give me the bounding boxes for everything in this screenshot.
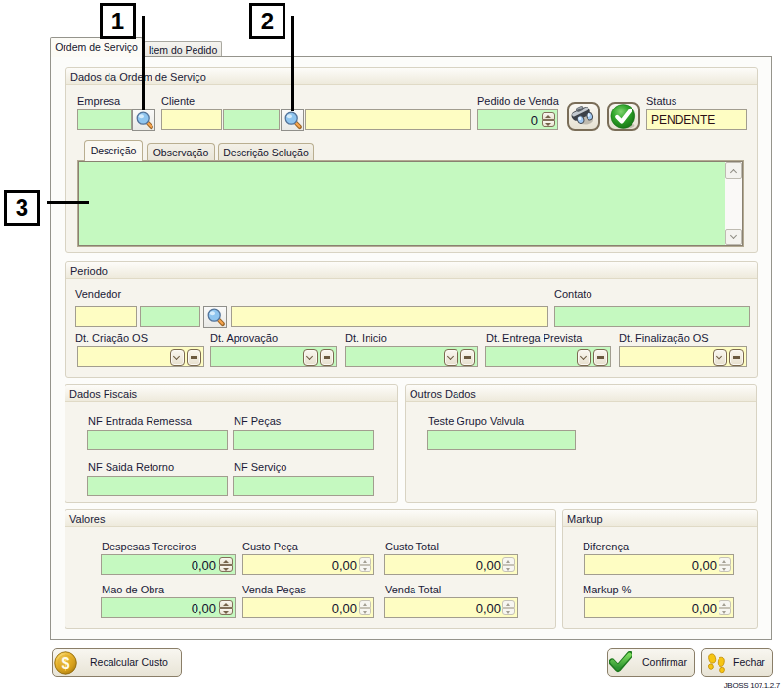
svg-text:$: $ — [62, 655, 70, 672]
